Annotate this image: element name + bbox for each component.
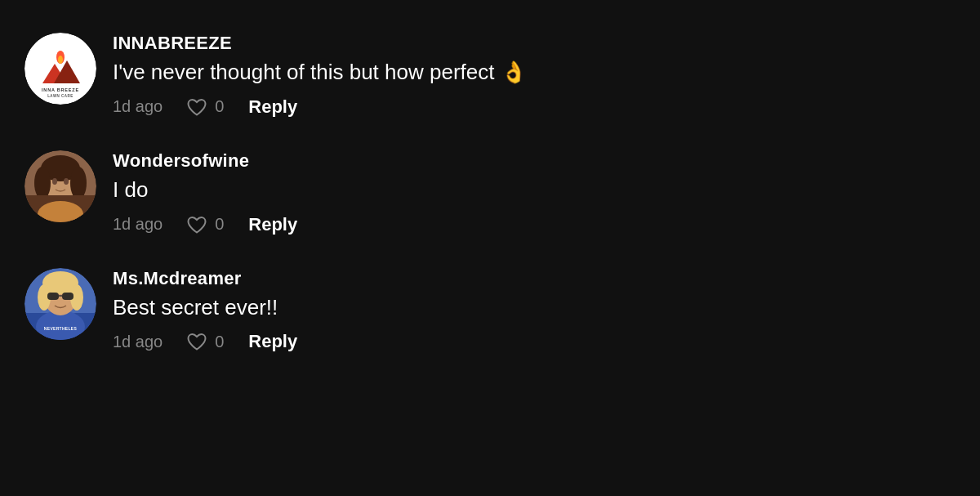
comment-username: Wondersofwine <box>113 150 956 172</box>
comment-username: INNABREEZE <box>113 33 956 54</box>
avatar: NEVERTHELES <box>24 268 96 340</box>
comment-actions: 1d ago 0 Reply <box>113 214 956 235</box>
avatar <box>24 150 96 222</box>
comment-actions: 1d ago 0 Reply <box>113 331 956 352</box>
like-count: 0 <box>215 215 224 234</box>
comment-content: Ms.Mcdreamer Best secret ever!! 1d ago 0… <box>113 268 956 353</box>
like-group: 0 <box>187 215 224 234</box>
svg-point-11 <box>34 167 51 199</box>
comment-content: INNABREEZE I've never thought of this bu… <box>113 33 956 118</box>
reply-button[interactable]: Reply <box>248 331 297 352</box>
svg-text:LAWN CARE: LAWN CARE <box>47 94 74 98</box>
heart-icon[interactable] <box>187 98 207 116</box>
comments-list: INNA BREEZE LAWN CARE INNABREEZE I've ne… <box>0 0 980 385</box>
comment-text: I do <box>113 177 956 204</box>
comment-content: Wondersofwine I do 1d ago 0 Reply <box>113 150 956 235</box>
svg-point-5 <box>58 56 63 64</box>
svg-rect-27 <box>62 293 74 300</box>
heart-icon[interactable] <box>187 333 207 351</box>
comment-actions: 1d ago 0 Reply <box>113 96 956 118</box>
comment-time: 1d ago <box>113 333 163 351</box>
reply-button[interactable]: Reply <box>248 214 297 235</box>
comment-item: NEVERTHELES Ms.Mcdreamer Best secret eve… <box>24 252 956 369</box>
comment-text: Best secret ever!! <box>113 294 956 322</box>
like-count: 0 <box>215 333 224 351</box>
heart-icon[interactable] <box>187 216 207 234</box>
like-group: 0 <box>187 333 224 351</box>
svg-rect-26 <box>47 293 59 300</box>
comment-username: Ms.Mcdreamer <box>113 268 956 289</box>
comment-time: 1d ago <box>113 97 163 116</box>
comment-item: Wondersofwine I do 1d ago 0 Reply <box>24 134 956 252</box>
avatar: INNA BREEZE LAWN CARE <box>24 33 96 105</box>
svg-point-14 <box>64 178 69 185</box>
svg-point-13 <box>52 178 57 185</box>
svg-text:NEVERTHELES: NEVERTHELES <box>44 326 78 331</box>
comment-item: INNA BREEZE LAWN CARE INNABREEZE I've ne… <box>24 16 956 134</box>
svg-point-12 <box>70 167 87 199</box>
comment-text: I've never thought of this but how perfe… <box>113 59 956 87</box>
reply-button[interactable]: Reply <box>248 96 297 118</box>
like-count: 0 <box>215 97 224 116</box>
comment-time: 1d ago <box>113 215 163 234</box>
svg-text:INNA BREEZE: INNA BREEZE <box>42 87 79 92</box>
like-group: 0 <box>187 97 224 116</box>
